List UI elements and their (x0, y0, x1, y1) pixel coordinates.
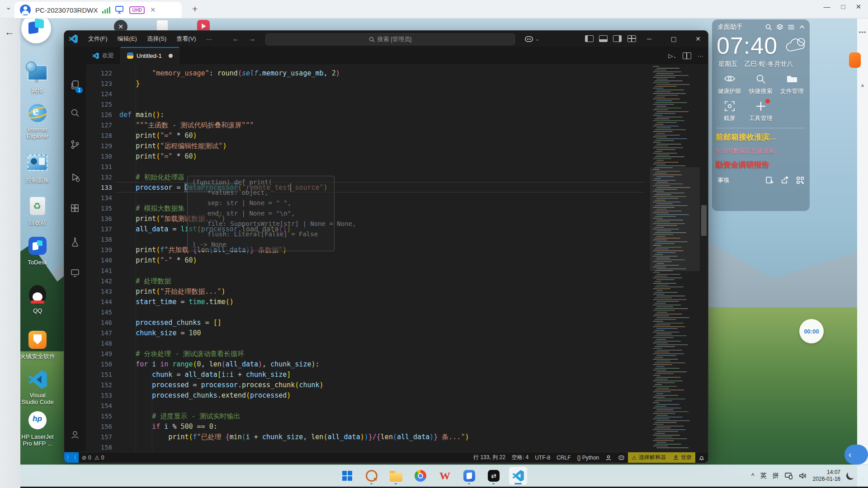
edge-handle-collapse[interactable]: ‹ (844, 445, 868, 465)
taskbar-vscode[interactable] (509, 467, 527, 485)
code-line-156[interactable]: 156 if i % 500 == 0: (86, 422, 650, 432)
shortcut-folder[interactable]: 文件管理 (776, 74, 807, 95)
code-line-124[interactable]: 124 (86, 89, 650, 99)
taskbar-explorer[interactable] (387, 467, 405, 485)
code-line-144[interactable]: 144 start_time = time.time() (86, 297, 650, 307)
notifications-bell-icon[interactable] (695, 455, 708, 461)
encoding[interactable]: UTF-8 (532, 455, 553, 461)
code-line-150[interactable]: 150 for i in range(0, len(all_data), chu… (86, 359, 650, 370)
code-line-154[interactable]: 154 (86, 401, 650, 411)
command-center-search[interactable]: 搜索 [管理员] (265, 33, 515, 45)
testing-icon[interactable] (64, 233, 86, 251)
code-line-146[interactable]: 146 processed_chunks = [] (86, 318, 650, 328)
extensions-icon[interactable] (64, 200, 86, 218)
dock-scroll-up-icon[interactable]: ▲ (857, 82, 868, 88)
code-line-133[interactable]: 133 processor = DataProcessor("remote_te… (86, 183, 650, 193)
tray-expand-icon[interactable]: ^ (751, 472, 755, 479)
code-line-142[interactable]: 142 # 处理数据 (86, 276, 650, 286)
code-line-127[interactable]: 127 """主函数 - 测试代码折叠和滚屏""" (86, 120, 650, 131)
remote-indicator[interactable]: 〉〈 (64, 452, 79, 463)
code-line-128[interactable]: 128 print("=" * 60) (86, 131, 650, 141)
window-close-button[interactable]: ✕ (688, 31, 708, 47)
customize-layout-icon[interactable] (627, 35, 636, 42)
run-python-button[interactable]: ▷⌄ (668, 52, 676, 59)
taskbar-teamviewer[interactable]: ⇄ (485, 467, 503, 485)
toggle-secondary-sidebar-icon[interactable] (613, 35, 622, 42)
nav-back-icon[interactable]: ← (228, 35, 244, 43)
indentation[interactable]: 空格: 4 (509, 454, 532, 461)
minimap-slider[interactable] (650, 167, 700, 271)
shortcut-eye[interactable]: 健康护眼 (714, 74, 745, 95)
code-line-126[interactable]: 126def main(): (86, 110, 650, 120)
code-line-147[interactable]: 147 chunk_size = 100 (86, 328, 650, 338)
cast-device-icon[interactable] (785, 472, 793, 479)
code-line-138[interactable]: 138 (86, 235, 650, 245)
explorer-icon[interactable]: 1 (64, 76, 86, 94)
code-line-157[interactable]: 157 print(f"已处理 {min(i + chunk_size, len… (86, 432, 650, 442)
taskbar-todesk[interactable] (460, 467, 478, 485)
code-editor[interactable]: 122 "memory_usage": round(self.memory_us… (86, 64, 708, 452)
run-debug-icon[interactable] (64, 168, 86, 186)
code-line-149[interactable]: 149 # 分块处理 - 测试滚动查看长循环 (86, 349, 650, 359)
code-line-155[interactable]: 155 # 进度显示 - 测试实时输出 (86, 411, 650, 422)
language-mode[interactable]: {} Python (574, 455, 603, 461)
menu-icon[interactable] (788, 23, 795, 31)
ime-english[interactable]: 英 (760, 472, 767, 480)
eol-sequence[interactable]: CRLF (553, 455, 574, 461)
taskbar-search[interactable] (363, 467, 381, 485)
code-line-139[interactable]: 139 print(f"共加载 {len(all_data)} 条数据") (86, 245, 650, 255)
minimap[interactable] (650, 64, 700, 452)
toggle-panel-icon[interactable] (599, 35, 608, 42)
nav-forward-icon[interactable]: → (244, 35, 260, 43)
remote-monitor-icon[interactable] (115, 5, 125, 14)
chevron-up-icon[interactable] (799, 24, 805, 30)
code-line-140[interactable]: 140 print("-" * 60) (86, 255, 650, 266)
code-line-136[interactable]: 136 print("加载测试数据...") (86, 214, 650, 224)
code-line-137[interactable]: 137 all_data = list(processor.load_data(… (86, 224, 650, 235)
search-icon[interactable] (765, 23, 772, 31)
code-line-129[interactable]: 129 print("远程编辑性能测试") (86, 141, 650, 151)
news-item-3[interactable]: 勘资金调研报告 (716, 160, 806, 170)
window-minimize-button[interactable]: ─ (639, 31, 659, 47)
source-control-icon[interactable] (64, 136, 86, 154)
select-interpreter-warning[interactable]: ⚠ 选择解释器 (628, 452, 670, 463)
tab-close-icon[interactable]: ✕ (150, 6, 156, 14)
news-item-2[interactable]: 5-20号数据汇总就业画... (716, 147, 806, 155)
todesk-minimize-button[interactable]: — (820, 3, 834, 10)
ime-pinyin[interactable]: 拼 (773, 472, 779, 480)
editor-more-actions-icon[interactable]: ··· (698, 52, 703, 59)
timer-bubble[interactable]: 00:00 (799, 319, 824, 343)
taskbar-start[interactable] (338, 467, 356, 485)
code-line-123[interactable]: 123 } (86, 79, 650, 89)
collapse-chevron-icon[interactable]: ⌄ (5, 3, 11, 11)
tab-welcome[interactable]: 欢迎 (86, 47, 121, 64)
taskbar-chrome[interactable] (411, 467, 429, 485)
code-line-151[interactable]: 151 chunk = all_data[i:i + chunk_size] (86, 370, 650, 380)
editor-scrollbar[interactable] (700, 64, 708, 452)
back-arrow-icon[interactable]: ← (5, 26, 14, 38)
menu-f[interactable]: 文件(F) (83, 31, 113, 47)
shortcut-search[interactable]: 快捷搜索 (745, 74, 776, 95)
todesk-maximize-button[interactable]: □ (836, 3, 850, 10)
window-maximize-button[interactable]: ▢ (664, 31, 684, 47)
speaker-icon[interactable] (799, 472, 807, 479)
code-line-134[interactable]: 134 (86, 193, 650, 203)
menu-s[interactable]: 选择(S) (142, 31, 171, 47)
code-line-153[interactable]: 153 processed_chunks.extend(processed) (86, 390, 650, 401)
split-editor-icon[interactable] (683, 52, 691, 59)
cursor-position[interactable]: 行 133, 列 22 (470, 454, 509, 461)
menu-[interactable]: ··· (201, 31, 217, 47)
code-line-131[interactable]: 131 (86, 162, 650, 172)
copilot-status-icon[interactable] (615, 454, 628, 461)
tab-untitled-1[interactable]: Untitled-1 (121, 47, 179, 64)
focus-assist-moon-icon[interactable] (846, 472, 854, 480)
search-view-icon[interactable] (64, 104, 86, 122)
code-line-135[interactable]: 135 # 模拟大数据集 (86, 203, 650, 214)
taskbar-wps[interactable]: W (436, 467, 454, 485)
remote-session-tab[interactable]: PC-20230703RDWX UHD ✕ (14, 2, 182, 18)
menu-e[interactable]: 编辑(E) (113, 31, 142, 47)
accounts-icon[interactable] (64, 426, 86, 444)
code-line-152[interactable]: 152 processed = processor.process_chunk(… (86, 380, 650, 390)
code-line-158[interactable]: 158 (86, 442, 650, 452)
code-line-145[interactable]: 145 (86, 307, 650, 318)
